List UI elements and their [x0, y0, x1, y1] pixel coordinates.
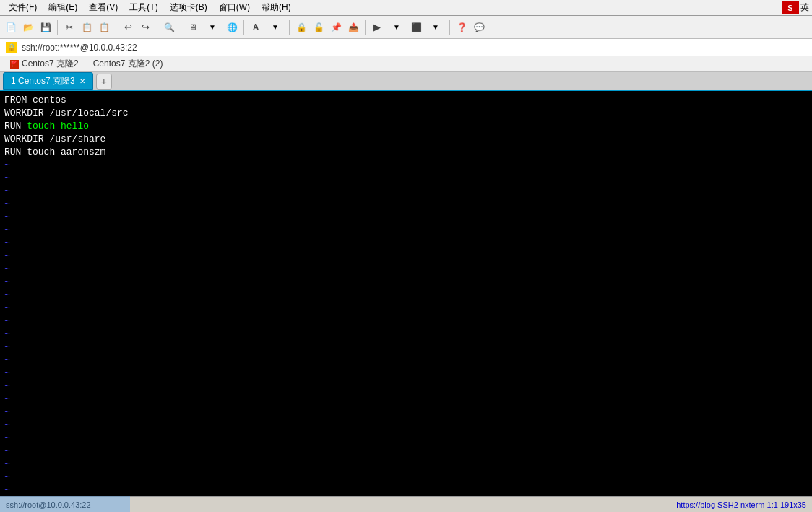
- toolbar-font[interactable]: A: [248, 19, 264, 35]
- term-line-5: RUN touch aaronszm: [4, 146, 808, 159]
- toolbar-help[interactable]: ❓: [454, 19, 470, 35]
- toolbar-find[interactable]: 🔍: [161, 19, 177, 35]
- terminal-tab-add[interactable]: +: [96, 74, 112, 90]
- term-line-tilde-17: ~: [4, 367, 808, 380]
- term-line-tilde-24: ~: [4, 458, 808, 471]
- session-tab-2[interactable]: Centos7 克隆2 (2): [86, 56, 170, 72]
- term-line-tilde-16: ~: [4, 354, 808, 367]
- term-line-tilde-11: ~: [4, 289, 808, 302]
- term-line-tilde-2: ~: [4, 172, 808, 185]
- term-line-1: FROM centos: [4, 94, 808, 107]
- term-line-tilde-15: ~: [4, 341, 808, 354]
- menu-tools[interactable]: 工具(T): [124, 0, 163, 15]
- term-line-tilde-7: ~: [4, 237, 808, 250]
- toolbar-sep5: [243, 20, 244, 35]
- toolbar-sep7: [365, 20, 366, 35]
- toolbar-send[interactable]: ▶: [369, 19, 385, 35]
- term-line-tilde-25: ~: [4, 471, 808, 484]
- terminal-area[interactable]: FROM centos WORKDIR /usr/local/src RUN t…: [0, 91, 812, 496]
- address-text: ssh://root:******@10.0.0.43:22: [22, 43, 137, 53]
- term-line-tilde-5: ~: [4, 211, 808, 224]
- toolbar-sep6: [289, 20, 290, 35]
- term-line-tilde-9: ~: [4, 263, 808, 276]
- toolbar-sep3: [157, 20, 157, 35]
- terminal-tab-label-1: 1 Centos7 克隆3: [11, 75, 75, 87]
- term-line-tilde-1: ~: [4, 159, 808, 172]
- sougou-icon: S: [782, 1, 799, 14]
- toolbar-redo[interactable]: ↪: [137, 19, 153, 35]
- terminal-tab-close-1[interactable]: ✕: [79, 77, 85, 85]
- menu-edit[interactable]: 编辑(E): [43, 0, 83, 15]
- term-line-2: WORKDIR /usr/local/src: [4, 107, 808, 120]
- toolbar-undo[interactable]: ↩: [120, 19, 136, 35]
- term-line-tilde-26: ~: [4, 484, 808, 496]
- toolbar-paste[interactable]: 📋: [96, 19, 112, 35]
- terminal-tab-1[interactable]: 1 Centos7 克隆3 ✕: [3, 72, 93, 90]
- addressbar: 🔒 ssh://root:******@10.0.0.43:22: [0, 39, 812, 56]
- toolbar-save[interactable]: 💾: [38, 19, 53, 35]
- toolbar-screen[interactable]: 🖥: [185, 19, 201, 35]
- term-line-tilde-6: ~: [4, 224, 808, 237]
- term-line-tilde-12: ~: [4, 302, 808, 315]
- menubar: 文件(F) 编辑(E) 查看(V) 工具(T) 选项卡(B) 窗口(W) 帮助(…: [0, 0, 812, 16]
- session-tab-icon-1: 🚩: [10, 60, 19, 69]
- menu-view[interactable]: 查看(V): [83, 0, 124, 15]
- toolbar-sep2: [116, 20, 116, 35]
- term-line-tilde-14: ~: [4, 328, 808, 341]
- toolbar-send-drop[interactable]: ▼: [386, 19, 407, 35]
- menu-window[interactable]: 窗口(W): [213, 0, 256, 15]
- toolbar-minimize[interactable]: ⬛: [408, 19, 424, 35]
- address-lock-icon: 🔒: [6, 42, 17, 53]
- toolbar-sep4: [181, 20, 181, 35]
- term-line-tilde-20: ~: [4, 406, 808, 419]
- session-tab-label-2: Centos7 克隆2 (2): [93, 58, 163, 70]
- term-line-tilde-18: ~: [4, 380, 808, 393]
- menu-file[interactable]: 文件(F): [3, 0, 43, 15]
- term-line-tilde-23: ~: [4, 445, 808, 458]
- status-progress: [0, 496, 130, 512]
- term-line-3: RUN touch hello: [4, 120, 808, 133]
- term-line-4: WORKDIR /usr/share: [4, 133, 808, 146]
- toolbar: 📄 📂 💾 ✂ 📋 📋 ↩ ↪ 🔍 🖥 ▼ 🌐 A ▼ 🔒 🔓 📌 📤 ▶ ▼ …: [0, 16, 812, 39]
- toolbar-sep8: [449, 20, 450, 35]
- toolbar-font-drop[interactable]: ▼: [265, 19, 285, 35]
- toolbar-lock2[interactable]: 🔓: [311, 19, 327, 35]
- menu-tabs[interactable]: 选项卡(B): [164, 0, 213, 15]
- term-line-tilde-3: ~: [4, 185, 808, 198]
- toolbar-globe[interactable]: 🌐: [224, 19, 240, 35]
- term-line-tilde-19: ~: [4, 393, 808, 406]
- term-line-tilde-10: ~: [4, 276, 808, 289]
- session-tab-label-1: Centos7 克隆2: [22, 58, 79, 70]
- toolbar-screen-drop[interactable]: ▼: [202, 19, 223, 35]
- toolbar-upload[interactable]: 📤: [345, 19, 361, 35]
- term-line-tilde-22: ~: [4, 432, 808, 445]
- term-line-tilde-4: ~: [4, 198, 808, 211]
- toolbar-pin[interactable]: 📌: [328, 19, 344, 35]
- statusbar: ssh://root@10.0.0.43:22 https://blog SSH…: [0, 496, 812, 512]
- status-info: https://blog SSH2 nxterm 1:1 191x35: [676, 500, 806, 509]
- session-tabs: 🚩 Centos7 克隆2 Centos7 克隆2 (2): [0, 56, 812, 72]
- term-line-tilde-21: ~: [4, 419, 808, 432]
- toolbar-chat[interactable]: 💬: [471, 19, 487, 35]
- session-tab-1[interactable]: 🚩 Centos7 克隆2: [3, 56, 86, 72]
- term-line-tilde-8: ~: [4, 250, 808, 263]
- terminal-tabs: 1 Centos7 克隆3 ✕ +: [0, 72, 812, 91]
- toolbar-open[interactable]: 📂: [20, 19, 36, 35]
- toolbar-lock1[interactable]: 🔒: [293, 19, 309, 35]
- toolbar-copy[interactable]: 📋: [79, 19, 95, 35]
- term-line-tilde-13: ~: [4, 315, 808, 328]
- toolbar-minimize-drop[interactable]: ▼: [426, 19, 446, 35]
- menu-help[interactable]: 帮助(H): [256, 0, 297, 15]
- toolbar-new[interactable]: 📄: [3, 19, 19, 35]
- toolbar-sep1: [57, 20, 58, 35]
- toolbar-cut[interactable]: ✂: [61, 19, 77, 35]
- lang-indicator: 英: [800, 1, 809, 14]
